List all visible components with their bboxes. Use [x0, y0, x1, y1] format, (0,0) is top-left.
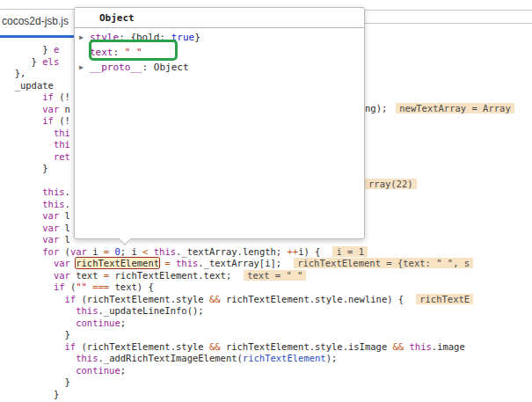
- code-token: thi: [54, 128, 70, 138]
- code-line[interactable]: this._addRichTextImageElement(richTextEl…: [4, 353, 473, 365]
- code-token: true: [171, 32, 195, 43]
- code-token: [4, 341, 65, 352]
- file-tab-label: cocos2d-jsb.js: [2, 15, 69, 27]
- code-line[interactable]: }: [4, 329, 473, 341]
- popup-divider: [75, 27, 364, 28]
- code-token: i: [87, 246, 104, 257]
- code-line[interactable]: continue;: [4, 365, 473, 377]
- code-token: [4, 294, 65, 304]
- code-token: [4, 104, 42, 114]
- property-value: " ": [125, 47, 142, 58]
- code-token: ;: [120, 318, 126, 328]
- code-token: if: [65, 294, 77, 304]
- hovered-variable: richTextElement: [76, 258, 159, 268]
- code-token: [4, 199, 42, 209]
- code-token: l: [59, 210, 70, 221]
- code-token: }: [194, 32, 200, 43]
- code-token: ret: [54, 151, 70, 162]
- code-token: }: [4, 329, 70, 340]
- right-code-fragment: rray(22): [365, 179, 417, 191]
- property-text: style: {bold: true}: [90, 30, 200, 45]
- active-tab-underline: [0, 35, 74, 38]
- code-token: (!: [54, 91, 70, 102]
- code-line[interactable]: if (richTextElement.style && richTextEle…: [4, 294, 473, 306]
- code-token: richTextElement.style.isImage: [221, 341, 393, 352]
- code-token: thi: [54, 139, 70, 150]
- tabbar-divider: [365, 23, 532, 24]
- property-text: __proto__: Object: [90, 60, 189, 75]
- code-token: [4, 365, 76, 376]
- code-line[interactable]: if (richTextElement.style && richTextEle…: [4, 341, 473, 354]
- code-line[interactable]: this._updateLineInfo();: [4, 305, 473, 318]
- code-token: [4, 151, 54, 162]
- code-token: &&: [393, 341, 404, 352]
- code-token: l: [59, 234, 70, 245]
- code-token: var: [42, 104, 59, 114]
- inline-eval-hint: newTextArray = Array: [396, 103, 514, 113]
- popup-title: Object: [99, 12, 135, 24]
- object-popup: Object ▶style: {bold: true}text: " "▶__p…: [74, 7, 365, 239]
- popup-properties: ▶style: {bold: true}text: " "▶__proto__:…: [75, 30, 364, 75]
- code-token: continue: [76, 318, 120, 328]
- inline-eval-hint: text = " ": [244, 270, 306, 281]
- code-token: this: [42, 186, 64, 197]
- code-token: ._updateLineInfo();: [98, 305, 203, 316]
- code-token: .: [65, 199, 70, 209]
- property-row[interactable]: ▶style: {bold: true}: [75, 30, 364, 45]
- code-token: var: [42, 210, 59, 221]
- code-token: [4, 246, 42, 257]
- code-token: }: [4, 44, 54, 55]
- property-colon: :: [119, 32, 130, 43]
- property-row[interactable]: ▶__proto__: Object: [75, 60, 364, 75]
- code-token: if: [54, 281, 65, 292]
- code-token: [4, 139, 54, 150]
- code-token: );: [326, 353, 338, 363]
- code-token: l: [59, 223, 70, 233]
- code-token: (!: [54, 115, 70, 126]
- code-token: [4, 234, 42, 245]
- file-tab[interactable]: cocos2d-jsb.js: [0, 12, 74, 38]
- property-value: Object: [154, 62, 189, 73]
- code-token: }: [4, 376, 70, 387]
- code-token: this: [154, 246, 176, 257]
- property-name: __proto__: [90, 62, 142, 73]
- code-token: var: [42, 223, 59, 233]
- code-line[interactable]: }: [4, 389, 473, 401]
- property-value: {bold: true}: [130, 32, 200, 43]
- code-token: [4, 305, 76, 316]
- code-line[interactable]: }: [4, 376, 473, 389]
- property-row[interactable]: text: " ": [75, 45, 364, 60]
- code-token: ng);: [365, 103, 387, 113]
- code-line[interactable]: var richTextElement = this._textArray[i]…: [4, 258, 473, 270]
- code-line[interactable]: if ("" === text) {: [4, 281, 473, 294]
- code-token: " ": [125, 47, 142, 58]
- code-token: _update: [4, 80, 54, 91]
- code-line[interactable]: var text = richTextElement.text;text = "…: [4, 270, 473, 282]
- code-line[interactable]: continue;: [4, 318, 473, 330]
- code-token: "": [76, 281, 87, 292]
- code-token: n: [59, 104, 70, 114]
- code-token: ; i: [120, 246, 142, 257]
- code-token: }: [4, 56, 42, 67]
- code-token: this: [176, 258, 198, 268]
- code-token: if: [42, 91, 54, 102]
- toolbar-divider: [0, 9, 74, 10]
- expand-triangle-icon[interactable]: ▶: [79, 60, 84, 75]
- inline-eval-hint: rray(22): [365, 179, 417, 189]
- property-name: style: [90, 32, 119, 43]
- code-token: els: [42, 56, 59, 67]
- top-code-fragment: ._clickParam = richTextEle: [384, 32, 528, 40]
- code-token: .image: [432, 341, 465, 352]
- code-token: ;: [120, 365, 126, 376]
- property-name: text: [90, 47, 113, 58]
- code-token: ._addRichTextImageElement(: [98, 353, 242, 363]
- code-token: }: [4, 389, 59, 399]
- expand-triangle-icon[interactable]: ▶: [79, 30, 84, 45]
- code-token: ._textArray.length;: [176, 246, 287, 257]
- code-token: text: [70, 270, 104, 281]
- code-line[interactable]: for (var i = 0; i < this._textArray.leng…: [4, 246, 473, 259]
- devtools-sources-panel: cocos2d-jsb.js ._clickParam = richTextEl…: [0, 0, 532, 402]
- code-token: }: [4, 163, 48, 173]
- code-token: for: [42, 246, 59, 257]
- code-token: [4, 258, 54, 268]
